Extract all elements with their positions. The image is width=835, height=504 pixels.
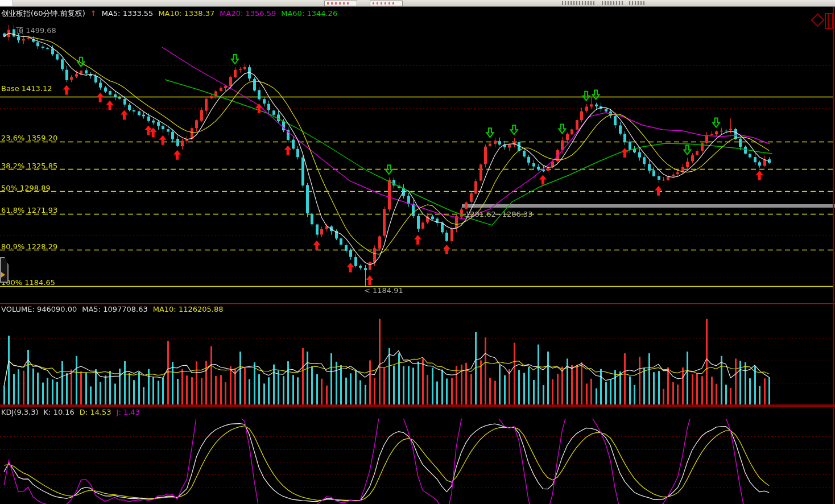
signal-legend-arrow: ↑ (90, 9, 97, 18)
fib-label-base: Base 1413.12 (1, 84, 52, 93)
price-pane-header: 创业板指(60分钟.前复权)↑MA5: 1333.55MA10: 1338.37… (1, 9, 342, 18)
toolbar-text-smudge (629, 1, 646, 5)
window-split-icon[interactable] (825, 13, 833, 29)
toolbar-button-2[interactable] (370, 1, 403, 6)
fib-label-236: 23.6% 1359.20 (1, 134, 57, 142)
fib-label-809: 80.9% 1228.29 (1, 242, 57, 251)
volume-ma5-value: MA5: 1097708.63 (82, 305, 147, 313)
app-toolbar (0, 0, 835, 7)
toolbar-text-smudge (562, 1, 595, 5)
volume-pane-header: VOLUME: 946090.00MA5: 1097708.63MA10: 11… (1, 305, 228, 314)
volume-value: VOLUME: 946090.00 (1, 305, 77, 313)
toolbar-chip (0, 0, 13, 6)
kdj-d-value: D: 14.53 (80, 408, 111, 416)
toolbar-button-1[interactable] (324, 1, 357, 6)
ma60-value: MA60: 1344.26 (281, 9, 337, 18)
kdj-k-value: K: 10.16 (44, 408, 75, 416)
symbol-title: 创业板指(60分钟.前复权) (1, 9, 85, 18)
top-price-label: 顶 1499.68 (16, 26, 56, 35)
fib-label-100: 100% 1184.65 (1, 278, 55, 287)
gap-range-label: 1281.62~1286.33 (465, 210, 532, 218)
fib-label-382: 38.2% 1325.85 (1, 162, 57, 170)
expand-arrow-icon[interactable] (1, 272, 5, 278)
ma5-value: MA5: 1333.55 (102, 9, 154, 18)
fib-label-50: 50% 1298.89 (1, 184, 51, 192)
trading-app-window: 创业板指(60分钟.前复权)↑MA5: 1333.55MA10: 1338.37… (0, 0, 835, 504)
toolbar-text-smudge (602, 1, 623, 5)
low-price-label: < 1184.91 (364, 286, 403, 295)
kdj-pane-header: KDJ(9,3,3)K: 10.16D: 14.53J: 1.43 (1, 408, 145, 417)
volume-ma10-value: MA10: 1126205.88 (153, 305, 224, 313)
kdj-title: KDJ(9,3,3) (1, 408, 39, 416)
fib-label-618: 61.8% 1271.93 (1, 206, 57, 214)
kdj-j-value: J: 1.43 (117, 408, 140, 416)
ma20-value: MA20: 1356.59 (220, 9, 276, 18)
ma10-value: MA10: 1338.37 (158, 9, 214, 18)
chart-canvas[interactable] (0, 0, 835, 504)
